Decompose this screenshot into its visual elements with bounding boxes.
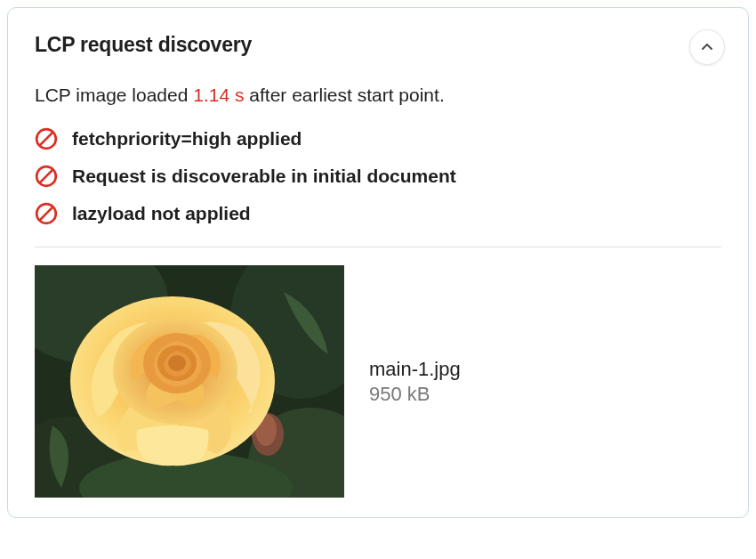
checks-list: fetchpriority=high applied Request is di… — [35, 127, 721, 225]
fail-icon — [35, 202, 58, 225]
svg-line-5 — [39, 207, 52, 220]
card-header: LCP request discovery — [35, 33, 721, 65]
chevron-up-icon — [700, 40, 714, 54]
summary-prefix: LCP image loaded — [35, 85, 193, 105]
lcp-discovery-card: LCP request discovery LCP image loaded 1… — [7, 7, 749, 518]
file-info: main-1.jpg 950 kB — [369, 358, 461, 406]
svg-line-3 — [39, 169, 52, 182]
check-item: Request is discoverable in initial docum… — [35, 165, 721, 188]
card-title: LCP request discovery — [35, 33, 252, 57]
collapse-button[interactable] — [689, 29, 725, 65]
summary-value: 1.14 s — [193, 85, 244, 105]
check-item: fetchpriority=high applied — [35, 127, 721, 150]
svg-line-1 — [39, 132, 52, 145]
file-name: main-1.jpg — [369, 358, 461, 381]
summary-suffix: after earliest start point. — [244, 85, 444, 105]
fail-icon — [35, 127, 58, 150]
check-label: Request is discoverable in initial docum… — [72, 166, 456, 187]
check-item: lazyload not applied — [35, 202, 721, 225]
file-row: main-1.jpg 950 kB — [35, 265, 721, 498]
check-label: fetchpriority=high applied — [72, 128, 302, 150]
summary-text: LCP image loaded 1.14 s after earliest s… — [35, 85, 721, 106]
svg-point-18 — [168, 355, 186, 371]
check-label: lazyload not applied — [72, 203, 251, 224]
file-thumbnail[interactable] — [35, 265, 344, 498]
file-size: 950 kB — [369, 383, 461, 406]
divider — [35, 247, 721, 247]
fail-icon — [35, 165, 58, 188]
